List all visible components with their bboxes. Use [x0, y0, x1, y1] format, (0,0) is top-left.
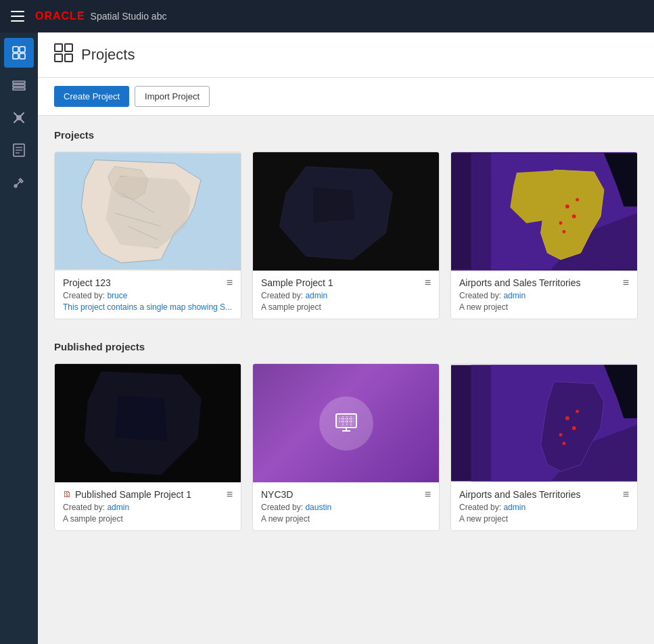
content-body: Projects — [38, 116, 654, 566]
project-card-published-sample-1[interactable]: 🖻 Published Sample Project 1 ≡ Created b… — [54, 363, 241, 531]
sidebar-item-datasets[interactable] — [4, 70, 34, 100]
card-info-project-123: Project 123 ≡ Created by: bruce This pro… — [55, 271, 241, 319]
card-thumbnail-published-sample-1 — [55, 364, 241, 482]
card-thumbnail-nyc3d — [253, 364, 439, 482]
author-link-6: admin — [503, 503, 525, 512]
svg-point-61 — [563, 442, 566, 445]
dark-map-svg — [253, 152, 439, 271]
svg-point-60 — [576, 410, 579, 413]
svg-line-21 — [114, 213, 161, 227]
projects-icon — [12, 46, 26, 60]
card-title-row-3: Airports and Sales Territories ≡ — [459, 277, 629, 288]
project-card-nyc3d[interactable]: NYC3D ≡ Created by: daustin A new projec… — [252, 363, 440, 531]
tools-icon — [12, 176, 26, 189]
airports-published-svg — [451, 364, 637, 482]
author-link-3: admin — [503, 291, 525, 300]
svg-rect-44 — [336, 415, 356, 426]
card-info-nyc3d: NYC3D ≡ Created by: daustin A new projec… — [253, 482, 439, 530]
published-card-grid: 🖻 Published Sample Project 1 ≡ Created b… — [54, 363, 638, 531]
card-info-airports-sales: Airports and Sales Territories ≡ Created… — [451, 271, 637, 319]
card-menu-icon-6[interactable]: ≡ — [623, 489, 629, 500]
svg-rect-3 — [20, 53, 25, 59]
card-meta-4: Created by: admin — [63, 503, 233, 512]
hamburger-menu[interactable] — [11, 11, 24, 22]
projects-card-grid: Project 123 ≡ Created by: bruce This pro… — [54, 152, 638, 319]
card-menu-icon-4[interactable]: ≡ — [227, 489, 233, 500]
svg-rect-5 — [13, 85, 25, 87]
card-title-row-4: 🖻 Published Sample Project 1 ≡ — [63, 489, 233, 500]
card-menu-icon[interactable]: ≡ — [227, 277, 233, 288]
top-nav: ORACLE Spatial Studio abc — [0, 0, 654, 32]
svg-rect-4 — [13, 81, 25, 83]
brand-subtitle: Spatial Studio abc — [91, 11, 167, 22]
card-desc-6: A new project — [459, 514, 629, 524]
svg-point-57 — [565, 416, 569, 420]
card-title-4: 🖻 Published Sample Project 1 — [63, 489, 191, 500]
main-layout: Projects Create Project Import Project P… — [0, 32, 654, 644]
svg-rect-13 — [55, 44, 62, 51]
monitor-icon-circle — [319, 396, 373, 451]
project-card-sample-project-1[interactable]: Sample Project 1 ≡ Created by: admin A s… — [252, 152, 440, 319]
svg-rect-14 — [65, 44, 72, 51]
sidebar-item-reports[interactable] — [4, 135, 34, 165]
sidebar-item-tools[interactable] — [4, 168, 34, 198]
card-meta-5: Created by: daustin — [261, 503, 431, 512]
oracle-logo: ORACLE — [35, 10, 85, 22]
brand: ORACLE Spatial Studio abc — [35, 10, 166, 22]
desc-link: This project contains a single map showi… — [63, 302, 232, 312]
card-meta-6: Created by: admin — [459, 503, 629, 512]
content-area: Projects Create Project Import Project P… — [38, 32, 654, 644]
sidebar-item-projects[interactable] — [4, 38, 34, 68]
reports-icon — [12, 143, 26, 157]
project-card-airports-sales-published[interactable]: Airports and Sales Territories ≡ Created… — [450, 363, 638, 531]
svg-point-35 — [576, 198, 579, 202]
monitor-icon — [334, 411, 358, 436]
toolbar: Create Project Import Project — [38, 78, 654, 116]
svg-marker-42 — [114, 395, 168, 442]
card-title-row: Project 123 ≡ — [63, 277, 233, 288]
author-link: bruce — [107, 291, 127, 300]
card-desc-2: A sample project — [261, 302, 431, 312]
card-meta-3: Created by: admin — [459, 291, 629, 300]
sidebar-item-analysis[interactable] — [4, 103, 34, 133]
card-desc-4: A sample project — [63, 514, 233, 524]
analysis-icon — [12, 111, 26, 124]
svg-line-20 — [121, 193, 154, 212]
svg-point-32 — [565, 204, 569, 208]
card-desc-5: A new project — [261, 514, 431, 524]
svg-rect-15 — [55, 54, 62, 62]
card-desc-3: A new project — [459, 302, 629, 312]
card-title-6: Airports and Sales Territories — [459, 489, 580, 500]
svg-point-59 — [559, 433, 563, 436]
author-link-4: admin — [107, 503, 129, 512]
svg-rect-0 — [13, 47, 18, 52]
project-card-project-123[interactable]: Project 123 ≡ Created by: bruce This pro… — [54, 152, 241, 319]
svg-rect-1 — [20, 47, 25, 52]
card-thumbnail-airports-sales — [451, 152, 637, 271]
card-title: Project 123 — [63, 277, 111, 288]
card-menu-icon-2[interactable]: ≡ — [425, 277, 431, 288]
card-thumbnail-project-123 — [55, 152, 241, 271]
published-section: Published projects — [54, 341, 638, 531]
card-meta: Created by: bruce — [63, 291, 233, 300]
card-menu-icon-5[interactable]: ≡ — [425, 489, 431, 500]
page-title: Projects — [81, 46, 135, 64]
oracle-text: ORACLE — [35, 10, 85, 22]
projects-section-title: Projects — [54, 129, 638, 141]
california-map-svg — [55, 152, 241, 271]
card-menu-icon-3[interactable]: ≡ — [623, 277, 629, 288]
create-project-button[interactable]: Create Project — [54, 86, 129, 107]
sidebar — [0, 32, 38, 644]
svg-marker-19 — [108, 166, 148, 200]
page-header: Projects — [38, 32, 654, 78]
map-purple-published — [253, 364, 439, 482]
card-title-5: NYC3D — [261, 489, 293, 500]
projects-section: Projects — [54, 129, 638, 319]
svg-rect-2 — [13, 53, 18, 59]
map-dark — [253, 152, 439, 271]
card-title-row-6: Airports and Sales Territories ≡ — [459, 489, 629, 500]
project-card-airports-sales[interactable]: Airports and Sales Territories ≡ Created… — [450, 152, 638, 319]
card-desc: This project contains a single map showi… — [63, 302, 233, 312]
import-project-button[interactable]: Import Project — [135, 86, 210, 107]
card-meta-2: Created by: admin — [261, 291, 431, 300]
